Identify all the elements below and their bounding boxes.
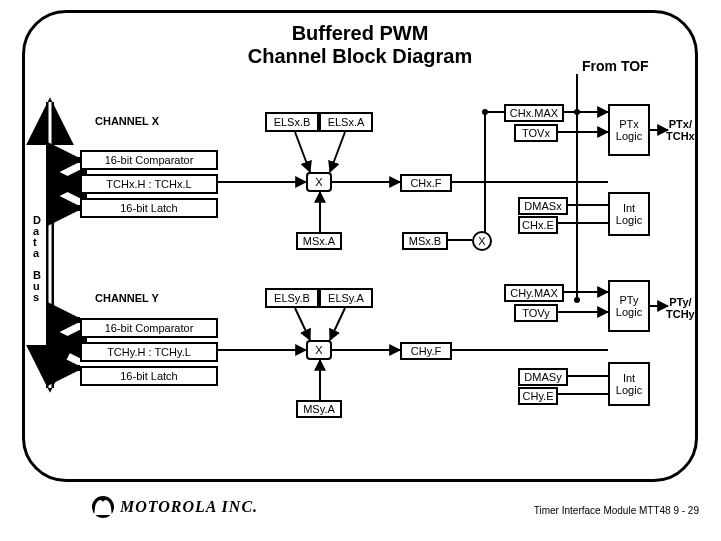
msya-box: MSy.A bbox=[296, 400, 342, 418]
mux-y-box: X bbox=[306, 340, 332, 360]
msxa-box: MSx.A bbox=[296, 232, 342, 250]
dmasy-box: DMASy bbox=[518, 368, 568, 386]
title-line2: Channel Block Diagram bbox=[248, 45, 473, 67]
data-bus-label: D a t a B u s bbox=[33, 215, 41, 303]
msxb-box: MSx.B bbox=[402, 232, 448, 250]
tovy-box: TOVy bbox=[514, 304, 558, 322]
dmasx-box: DMASx bbox=[518, 197, 568, 215]
motorola-logo-icon bbox=[92, 496, 114, 518]
footer-text: Timer Interface Module MTT48 9 - 29 bbox=[534, 505, 699, 516]
pty-logic-box: PTy Logic bbox=[608, 280, 650, 332]
chye-box: CHy.E bbox=[518, 387, 558, 405]
ptx-logic-box: PTx Logic bbox=[608, 104, 650, 156]
title-line1: Buffered PWM bbox=[292, 22, 429, 44]
channel-x-label: CHANNEL X bbox=[95, 115, 159, 127]
msxb-disconnect-icon: X bbox=[472, 231, 492, 251]
tovx-box: TOVx bbox=[514, 124, 558, 142]
slide-frame bbox=[22, 10, 698, 482]
comparator-y-box: 16-bit Comparator bbox=[80, 318, 218, 338]
mux-x-box: X bbox=[306, 172, 332, 192]
ptx-out-label: PTx/ TCHx bbox=[666, 118, 695, 142]
intx-logic-box: Int Logic bbox=[608, 192, 650, 236]
elsx-a-box: ELSx.A bbox=[319, 112, 373, 132]
chyf-box: CHy.F bbox=[400, 342, 452, 360]
pty-out-label: PTy/ TCHy bbox=[666, 296, 695, 320]
tchx-box: TCHx.H : TCHx.L bbox=[80, 174, 218, 194]
comparator-x-box: 16-bit Comparator bbox=[80, 150, 218, 170]
chx-max-box: CHx.MAX bbox=[504, 104, 564, 122]
tchy-box: TCHy.H : TCHy.L bbox=[80, 342, 218, 362]
motorola-logo-text: MOTOROLA INC. bbox=[120, 498, 258, 516]
elsy-a-box: ELSy.A bbox=[319, 288, 373, 308]
chxf-box: CHx.F bbox=[400, 174, 452, 192]
chy-max-box: CHy.MAX bbox=[504, 284, 564, 302]
diagram-title: Buffered PWM Channel Block Diagram bbox=[200, 22, 520, 68]
latch-x-box: 16-bit Latch bbox=[80, 198, 218, 218]
latch-y-box: 16-bit Latch bbox=[80, 366, 218, 386]
elsx-b-box: ELSx.B bbox=[265, 112, 319, 132]
chxe-box: CHx.E bbox=[518, 216, 558, 234]
elsy-b-box: ELSy.B bbox=[265, 288, 319, 308]
inty-logic-box: Int Logic bbox=[608, 362, 650, 406]
channel-y-label: CHANNEL Y bbox=[95, 292, 159, 304]
motorola-logo: MOTOROLA INC. bbox=[92, 496, 258, 518]
from-tof-label: From TOF bbox=[582, 58, 649, 74]
